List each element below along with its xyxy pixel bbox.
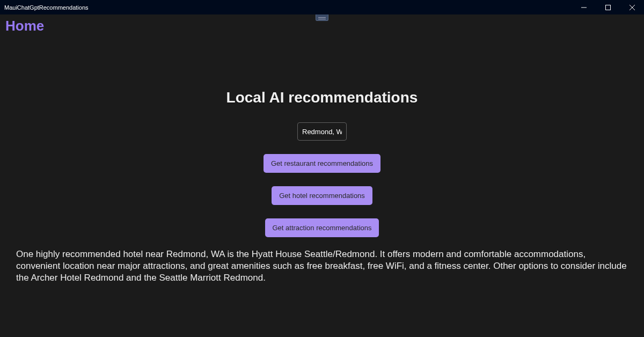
close-button[interactable] bbox=[620, 0, 644, 14]
page-heading: Local AI recommendations bbox=[226, 89, 418, 106]
window-controls bbox=[572, 0, 644, 14]
get-attraction-recommendations-button[interactable]: Get attraction recommendations bbox=[265, 218, 379, 237]
svg-rect-0 bbox=[605, 5, 610, 10]
get-restaurant-recommendations-button[interactable]: Get restaurant recommendations bbox=[264, 154, 380, 173]
location-input[interactable] bbox=[297, 122, 347, 141]
get-hotel-recommendations-button[interactable]: Get hotel recommendations bbox=[272, 186, 372, 205]
maximize-icon bbox=[605, 5, 611, 10]
window-title: MauiChatGptRecommendations bbox=[4, 4, 89, 11]
window-titlebar: MauiChatGptRecommendations bbox=[0, 0, 644, 14]
maximize-button[interactable] bbox=[596, 0, 620, 14]
minimize-button[interactable] bbox=[572, 0, 596, 14]
close-icon bbox=[630, 5, 635, 10]
main-content: Local AI recommendations Get restaurant … bbox=[0, 34, 644, 237]
recommendation-result-text: One highly recommended hotel near Redmon… bbox=[16, 248, 628, 283]
flyout-pull-tab[interactable] bbox=[316, 14, 328, 21]
minimize-icon bbox=[581, 5, 587, 10]
